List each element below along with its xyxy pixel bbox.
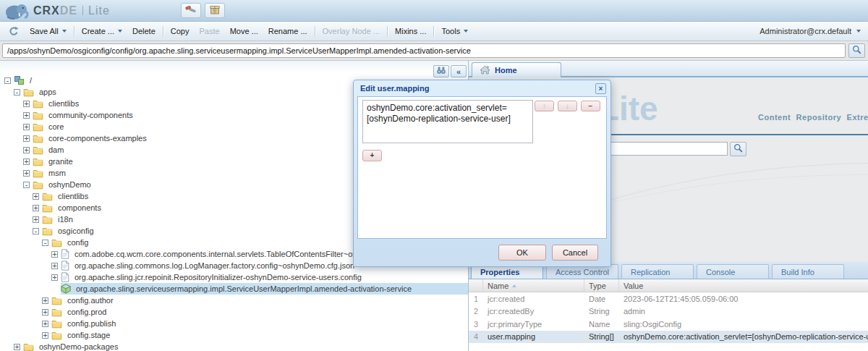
expand-node-icon[interactable]: + xyxy=(33,205,39,211)
tree-node-content: granite xyxy=(33,156,75,167)
ok-button[interactable]: OK xyxy=(498,245,546,261)
tab-home[interactable]: Home xyxy=(472,62,561,77)
tree-node-label: osgiconfig xyxy=(56,227,96,235)
dialog-close-button[interactable]: × xyxy=(595,83,606,94)
tree-indent xyxy=(0,138,23,139)
toolbar-separator xyxy=(163,26,163,37)
tree-node-org-apache-sling-jcr-repoinit-repositoryinitiali[interactable]: +org.apache.sling.jcr.repoinit.Repositor… xyxy=(0,271,468,283)
property-value: oshynDemo.core:activation_servlet=[oshyn… xyxy=(619,332,868,341)
tree-node-oshyndemo-packages[interactable]: +oshynDemo-packages xyxy=(0,341,468,351)
tree-indent xyxy=(0,300,42,301)
tree-indent xyxy=(0,127,23,127)
tree-node-content: apps xyxy=(23,86,59,98)
expand-node-icon[interactable]: + xyxy=(51,263,58,269)
tree-indent xyxy=(0,231,33,232)
chevron-down-icon xyxy=(118,30,122,33)
expand-node-icon[interactable]: + xyxy=(23,101,30,107)
collapse-node-icon[interactable]: - xyxy=(33,228,39,234)
folder-icon xyxy=(42,203,53,213)
expand-node-icon[interactable]: + xyxy=(23,124,30,130)
toolbar-button-label: Paste xyxy=(199,27,219,35)
tree-indent xyxy=(0,312,42,313)
tree-indent xyxy=(0,92,14,93)
expand-node-icon[interactable]: + xyxy=(42,321,48,327)
property-type: String xyxy=(584,307,619,316)
tab-build-info[interactable]: Build Info xyxy=(772,264,844,279)
expand-node-icon[interactable]: + xyxy=(42,309,48,316)
refresh-button[interactable] xyxy=(3,26,25,37)
column-header-name[interactable]: Name xyxy=(483,279,584,292)
expand-node-icon[interactable]: + xyxy=(33,193,39,200)
tree-node-config-stage[interactable]: +config.stage xyxy=(0,329,468,341)
tab-console[interactable]: Console xyxy=(697,264,769,279)
remove-entry-button[interactable]: − xyxy=(581,101,600,111)
cancel-button[interactable]: Cancel xyxy=(552,245,598,261)
tree-node-config-publish[interactable]: +config.publish xyxy=(0,318,468,329)
tree-node-content: oshynDemo xyxy=(33,179,93,190)
column-header-type[interactable]: Type xyxy=(584,279,619,292)
repository-search-button[interactable] xyxy=(730,142,746,156)
property-value: 2023-06-12T21:45:05.059-06:00 xyxy=(619,295,868,303)
tree-node-config-prod[interactable]: +config.prod xyxy=(0,306,468,318)
expand-node-icon[interactable]: + xyxy=(42,297,48,304)
path-go-button[interactable] xyxy=(848,43,865,58)
toolbar-button-copy[interactable]: Copy xyxy=(166,24,195,38)
tree-search-button[interactable] xyxy=(433,65,449,77)
add-entry-button[interactable]: + xyxy=(362,150,382,161)
folder-icon xyxy=(51,331,62,340)
tree-node-label: clientlibs xyxy=(56,192,90,200)
expand-node-icon[interactable]: + xyxy=(51,251,58,258)
expand-node-icon[interactable]: + xyxy=(23,170,30,177)
expand-node-icon[interactable]: + xyxy=(14,344,20,350)
tree-indent xyxy=(0,266,51,266)
package-icon xyxy=(210,5,220,17)
toolbar-button-rename[interactable]: Rename ... xyxy=(263,24,312,38)
tree-node-content: i18n xyxy=(42,213,75,225)
tree-node-config-author[interactable]: +config.author xyxy=(0,295,468,306)
user-menu-label: Administrator@crx.default xyxy=(760,27,851,35)
expand-node-icon[interactable]: + xyxy=(23,158,30,165)
collapse-node-icon[interactable]: - xyxy=(4,77,11,84)
toolbar-button-save-all[interactable]: Save All xyxy=(25,24,72,38)
development-tools-button[interactable] xyxy=(181,3,201,18)
toolbar-button-create[interactable]: Create ... xyxy=(77,24,127,38)
main-toolbar: Save AllCreate ...DeleteCopyPasteMove ..… xyxy=(0,22,868,41)
tree-node-label: dam xyxy=(46,145,66,154)
binoculars-icon xyxy=(436,67,446,76)
property-row-jcr-primarytype[interactable]: 3jcr:primaryTypeNamesling:OsgiConfig xyxy=(469,318,868,331)
expand-node-icon[interactable]: + xyxy=(23,112,30,119)
tab-replication[interactable]: Replication xyxy=(621,264,694,279)
tree-collapse-button[interactable]: « xyxy=(451,65,467,77)
tree-node-org-apache-sling-serviceusermapping-impl-service[interactable]: org.apache.sling.serviceusermapping.impl… xyxy=(0,283,468,295)
property-row-jcr-createdby[interactable]: 2jcr:createdByStringadmin xyxy=(469,305,868,318)
tree-node-content: org.apache.sling.jcr.repoinit.Repository… xyxy=(61,271,364,283)
toolbar-button-delete[interactable]: Delete xyxy=(127,24,161,38)
package-manager-button[interactable] xyxy=(205,3,225,18)
property-name: jcr:createdBy xyxy=(483,307,584,316)
expand-node-icon[interactable]: + xyxy=(51,274,58,281)
collapse-node-icon[interactable]: - xyxy=(42,240,48,246)
dialog-footer: OK Cancel xyxy=(354,239,610,266)
path-input[interactable] xyxy=(2,43,846,58)
collapse-node-icon[interactable]: - xyxy=(14,89,20,96)
tree-indent xyxy=(0,242,42,243)
property-row-user-mapping[interactable]: 4user.mappingString[]oshynDemo.core:acti… xyxy=(469,331,868,344)
expand-node-icon[interactable]: + xyxy=(23,135,30,142)
expand-node-icon[interactable]: + xyxy=(23,147,30,153)
column-header-value[interactable]: Value xyxy=(619,279,868,292)
folder-icon xyxy=(51,319,62,329)
toolbar-button-move[interactable]: Move ... xyxy=(225,24,263,38)
toolbar-button-mixins[interactable]: Mixins ... xyxy=(390,24,431,38)
expand-node-icon[interactable]: + xyxy=(42,332,48,339)
toolbar-button-tools[interactable]: Tools xyxy=(436,24,473,38)
expand-node-icon[interactable]: + xyxy=(33,216,39,223)
collapse-node-icon[interactable]: - xyxy=(23,182,30,188)
property-row-jcr-created[interactable]: 1jcr:createdDate2023-06-12T21:45:05.059-… xyxy=(469,292,868,305)
user-menu[interactable]: Administrator@crx.default xyxy=(760,22,861,41)
dialog-titlebar[interactable]: Edit user.mapping × xyxy=(354,80,610,96)
home-tagline: Content Repository Extreme Development E… xyxy=(758,113,868,122)
tree-node-label: apps xyxy=(37,88,59,96)
mapping-value-textarea[interactable]: oshynDemo.core:activation_servlet= [oshy… xyxy=(362,100,533,143)
brand-divider xyxy=(82,6,83,15)
property-type: String[] xyxy=(584,332,619,341)
